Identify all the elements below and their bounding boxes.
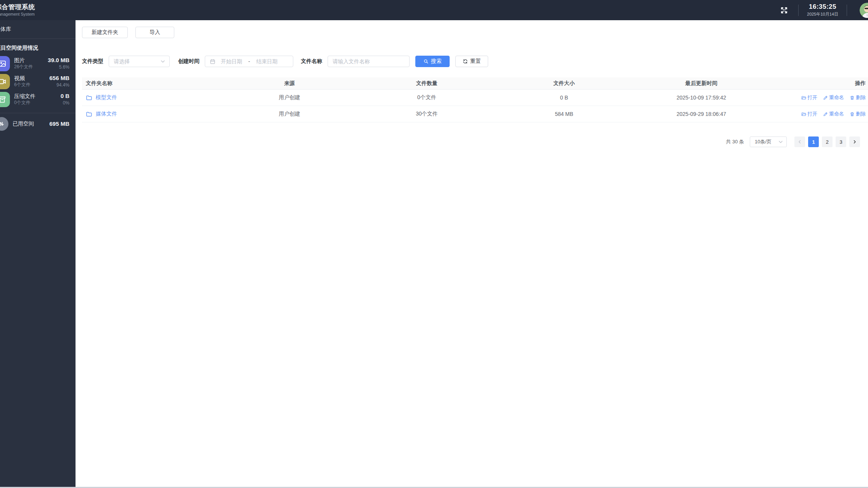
prev-page-button[interactable]	[794, 136, 805, 147]
folder-open-icon	[801, 95, 806, 100]
sidebar: 媒体库 项目空间使用情况 图片 26个文件 39.0 MB 5.6% 视频 6个…	[0, 20, 76, 487]
usage-count: 0个文件	[14, 100, 35, 106]
sidebar-item-media-library[interactable]: 媒体库	[0, 20, 76, 39]
delete-action[interactable]: 删除	[850, 111, 866, 117]
usage-label: 图片	[14, 57, 33, 64]
sidebar-item-label: 媒体库	[0, 26, 11, 33]
archive-icon	[0, 92, 10, 107]
end-date-input[interactable]	[251, 58, 283, 64]
next-page-button[interactable]	[849, 136, 860, 147]
reset-button-label: 重置	[470, 58, 481, 65]
file-type-select-value[interactable]	[114, 58, 160, 64]
trash-icon	[850, 95, 855, 100]
used-space-size: 695 MB	[49, 120, 69, 128]
app-title: 综合管理系统	[0, 3, 35, 11]
used-space-row: 已用空间 695 MB	[0, 113, 76, 135]
table-row: 模型文件 用户创建 0个文件 0 B 2025-10-09 17:59:42 打…	[82, 90, 868, 106]
fullscreen-icon[interactable]	[780, 6, 788, 14]
used-space-label: 已用空间	[13, 120, 34, 127]
refresh-icon	[463, 59, 468, 64]
pagination-total: 共 30 条	[726, 138, 744, 145]
new-folder-button[interactable]: 新建文件夹	[82, 27, 128, 38]
file-type-select[interactable]	[109, 56, 170, 67]
col-updated: 最后更新时间	[633, 80, 770, 87]
usage-size: 0 B	[61, 93, 69, 100]
page-size-select[interactable]: 10条/页	[750, 136, 787, 147]
brand: 综合管理系统 Management System	[0, 3, 35, 16]
file-type-label: 文件类型	[82, 58, 103, 65]
folders-table: 文件夹名称 来源 文件数量 文件大小 最后更新时间 操作 模型文件 用户创建 0…	[82, 77, 868, 122]
folder-icon	[86, 95, 92, 101]
cell-file-count: 0个文件	[358, 94, 495, 101]
clock: 16:35:25 2025年10月14日	[804, 3, 841, 17]
col-file-count: 文件数量	[358, 80, 495, 87]
search-button[interactable]: 搜索	[415, 56, 450, 67]
usage-percent: 5.6%	[48, 64, 69, 70]
reset-button[interactable]: 重置	[455, 56, 488, 67]
calendar-icon	[210, 59, 215, 64]
chevron-left-icon	[797, 140, 802, 144]
edit-icon	[823, 112, 828, 117]
start-date-input[interactable]	[215, 58, 248, 64]
folder-name-link[interactable]: 模型文件	[96, 94, 117, 101]
usage-percent: 0%	[61, 100, 69, 106]
video-icon	[0, 74, 10, 89]
cell-file-size: 0 B	[495, 95, 633, 101]
pagination: 共 30 条 10条/页 1 2 3	[726, 136, 860, 147]
chevron-down-icon	[160, 59, 166, 64]
table-row: 媒体文件 用户创建 30个文件 584 MB 2025-09-29 18:06:…	[82, 106, 868, 122]
cell-updated: 2025-10-09 17:59:42	[633, 95, 770, 101]
header-right: 16:35:25 2025年10月14日	[780, 0, 868, 20]
cell-source: 用户创建	[221, 111, 358, 117]
col-source: 来源	[221, 80, 358, 87]
page-size-value: 10条/页	[755, 138, 778, 145]
storage-icon	[0, 117, 8, 131]
usage-percent: 94.4%	[49, 82, 69, 88]
folder-name-link[interactable]: 媒体文件	[96, 111, 117, 117]
page-button-2[interactable]: 2	[822, 136, 833, 147]
cell-file-size: 584 MB	[495, 111, 633, 117]
header-divider	[798, 5, 799, 16]
usage-item-archives: 压缩文件 0个文件 0 B 0%	[0, 90, 76, 108]
rename-action[interactable]: 重命名	[823, 111, 844, 117]
page-button-3[interactable]: 3	[836, 136, 846, 147]
import-button[interactable]: 导入	[135, 27, 174, 38]
usage-label: 视频	[14, 75, 31, 82]
col-file-size: 文件大小	[495, 80, 633, 87]
cell-file-count: 30个文件	[358, 111, 495, 117]
chevron-right-icon	[852, 140, 857, 144]
user-avatar[interactable]	[860, 3, 868, 18]
page-button-1[interactable]: 1	[808, 136, 819, 147]
chevron-down-icon	[778, 139, 783, 144]
usage-item-images: 图片 26个文件 39.0 MB 5.6%	[0, 55, 76, 72]
date-separator: -	[248, 58, 251, 64]
date-range-picker[interactable]: -	[205, 56, 293, 67]
file-name-field[interactable]	[328, 56, 410, 67]
search-button-label: 搜索	[431, 58, 442, 65]
usage-size: 39.0 MB	[48, 57, 69, 64]
usage-count: 6个文件	[14, 82, 31, 88]
file-name-input[interactable]	[333, 58, 405, 64]
file-name-label: 文件名称	[301, 58, 322, 65]
open-action[interactable]: 打开	[801, 94, 817, 101]
trash-icon	[850, 112, 855, 117]
folder-open-icon	[801, 112, 806, 117]
col-actions: 操作	[770, 80, 868, 87]
folder-icon	[86, 111, 92, 117]
usage-panel-title: 项目空间使用情况	[0, 45, 76, 51]
app-subtitle: Management System	[0, 12, 35, 17]
usage-count: 26个文件	[14, 64, 33, 70]
delete-action[interactable]: 删除	[850, 94, 866, 101]
usage-label: 压缩文件	[14, 93, 35, 100]
table-header-row: 文件夹名称 来源 文件数量 文件大小 最后更新时间 操作	[82, 77, 868, 90]
filter-bar: 文件类型 创建时间 - 文件名称 搜索 重置	[82, 56, 488, 67]
open-action[interactable]: 打开	[801, 111, 817, 117]
clock-time: 16:35:25	[804, 3, 841, 11]
toolbar: 新建文件夹 导入	[82, 27, 174, 38]
rename-action[interactable]: 重命名	[823, 94, 844, 101]
cell-updated: 2025-09-29 18:06:47	[633, 111, 770, 117]
image-icon	[0, 56, 10, 71]
col-folder-name: 文件夹名称	[82, 80, 221, 87]
search-icon	[423, 59, 429, 64]
main-content: 新建文件夹 导入 文件类型 创建时间 - 文件名称 搜索 重置	[76, 20, 868, 487]
